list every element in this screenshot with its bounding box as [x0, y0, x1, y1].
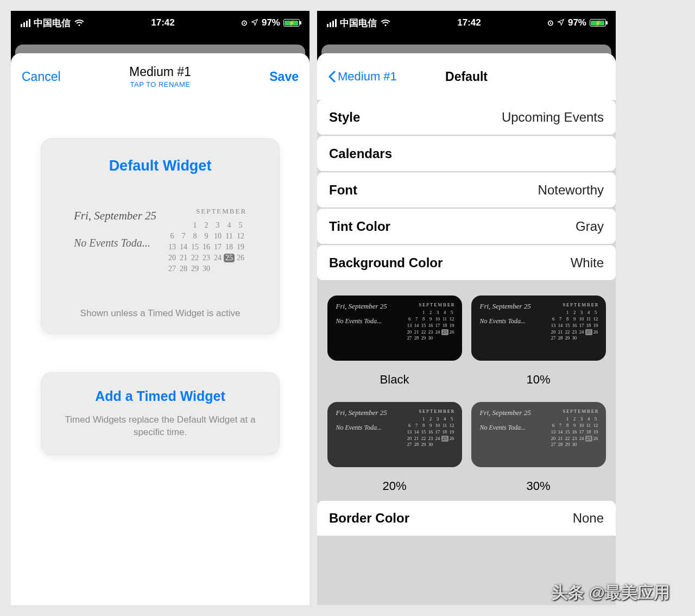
back-button[interactable]: Medium #1	[328, 70, 397, 84]
modal-sheet: Medium #1 Default Style Upcoming Events …	[317, 53, 616, 605]
row-label: Border Color	[329, 511, 409, 526]
orientation-lock-icon: ⊙	[547, 18, 554, 27]
add-timed-widget-card[interactable]: Add a Timed Widget Timed Widgets replace…	[41, 372, 280, 455]
swatch-noevents: No Events Toda...	[480, 424, 548, 432]
wifi-icon	[74, 19, 85, 27]
add-timed-desc: Timed Widgets replace the Default Widget…	[56, 414, 264, 439]
navbar: Medium #1 Default	[317, 53, 616, 100]
back-label: Medium #1	[338, 70, 397, 84]
row-calendars[interactable]: Calendars	[317, 136, 616, 171]
signal-icon	[327, 19, 337, 27]
swatch-calendar: SEPTEMBER1234567891011121314151617181920…	[406, 302, 456, 356]
chevron-left-icon	[328, 71, 336, 83]
background-swatches: Fri, September 25 No Events Toda... SEPT…	[317, 281, 616, 495]
swatch-calendar: SEPTEMBER1234567891011121314151617181920…	[550, 302, 599, 356]
row-label: Background Color	[329, 255, 443, 271]
swatch-calendar: SEPTEMBER1234567891011121314151617181920…	[406, 408, 456, 463]
status-time: 17:42	[457, 17, 481, 28]
row-font[interactable]: Font Noteworthy	[317, 172, 616, 208]
preview-date: Fri, September 25	[74, 209, 156, 223]
add-timed-title: Add a Timed Widget	[56, 388, 264, 404]
nav-subtitle[interactable]: TAP TO RENAME	[129, 80, 191, 89]
default-widget-footer: Shown unless a Timed Widget is active	[56, 308, 264, 319]
row-label: Font	[329, 183, 357, 198]
swatch-preview: Fri, September 25 No Events Toda... SEPT…	[471, 402, 606, 467]
signal-icon	[21, 19, 30, 27]
default-widget-title: Default Widget	[56, 158, 264, 174]
row-border-color[interactable]: Border Color None	[317, 501, 616, 536]
row-background-color[interactable]: Background Color White	[317, 245, 616, 280]
swatch-label: 10%	[471, 373, 606, 387]
modal-sheet: Cancel Medium #1 TAP TO RENAME Save Defa…	[11, 53, 309, 605]
row-value: Gray	[576, 219, 604, 234]
row-tint-color[interactable]: Tint Color Gray	[317, 209, 616, 244]
swatch-noevents: No Events Toda...	[336, 317, 404, 325]
swatch-20pct[interactable]: Fri, September 25 No Events Toda... SEPT…	[327, 402, 462, 493]
swatch-preview: Fri, September 25 No Events Toda... SEPT…	[327, 402, 462, 467]
status-time: 17:42	[151, 17, 174, 28]
status-bar: 中国电信 17:42 ⊙ 97% ⚡	[317, 11, 616, 35]
phone-screenshot-right: 中国电信 17:42 ⊙ 97% ⚡	[317, 11, 616, 605]
orientation-lock-icon: ⊙	[241, 18, 248, 27]
swatch-noevents: No Events Toda...	[336, 424, 404, 432]
row-value: White	[571, 255, 604, 271]
preview-mini-calendar: SEPTEMBER 123456789101112131415161718192…	[166, 207, 247, 275]
swatch-10pct[interactable]: Fri, September 25 No Events Toda... SEPT…	[471, 296, 606, 387]
navbar: Cancel Medium #1 TAP TO RENAME Save	[11, 53, 309, 100]
swatch-30pct[interactable]: Fri, September 25 No Events Toda... SEPT…	[471, 402, 606, 493]
swatch-date: Fri, September 25	[480, 302, 548, 311]
row-value: Noteworthy	[538, 183, 604, 198]
row-value: Upcoming Events	[502, 110, 604, 125]
nav-title[interactable]: Medium #1	[129, 65, 191, 79]
location-icon	[251, 18, 258, 28]
battery-icon: ⚡	[590, 19, 606, 27]
swatch-calendar: SEPTEMBER1234567891011121314151617181920…	[550, 408, 599, 463]
row-label: Style	[329, 110, 360, 125]
battery-icon: ⚡	[283, 19, 300, 27]
row-label: Calendars	[329, 146, 392, 161]
carrier-label: 中国电信	[34, 17, 71, 29]
swatch-date: Fri, September 25	[336, 302, 404, 311]
default-widget-card[interactable]: Default Widget Fri, September 25 No Even…	[41, 138, 280, 334]
cancel-button[interactable]: Cancel	[22, 70, 61, 84]
widget-preview: Fri, September 25 No Events Toda... SEPT…	[56, 207, 264, 275]
battery-percent: 97%	[568, 17, 586, 28]
status-bar: 中国电信 17:42 ⊙ 97% ⚡	[11, 11, 309, 35]
location-icon	[557, 18, 565, 28]
preview-no-events: No Events Toda...	[74, 237, 156, 249]
carrier-label: 中国电信	[340, 17, 377, 29]
wifi-icon	[380, 19, 391, 27]
nav-title: Default	[445, 70, 488, 84]
row-style[interactable]: Style Upcoming Events	[317, 100, 616, 135]
row-value: None	[573, 511, 604, 526]
swatch-date: Fri, September 25	[336, 408, 404, 417]
swatch-noevents: No Events Toda...	[480, 317, 548, 325]
save-button[interactable]: Save	[269, 70, 299, 84]
swatch-preview: Fri, September 25 No Events Toda... SEPT…	[471, 296, 606, 361]
swatch-label: Black	[327, 373, 462, 387]
mini-cal-month: SEPTEMBER	[166, 207, 247, 216]
swatch-black[interactable]: Fri, September 25 No Events Toda... SEPT…	[327, 296, 462, 387]
swatch-label: 30%	[471, 479, 606, 493]
swatch-label: 20%	[327, 479, 462, 493]
swatch-preview: Fri, September 25 No Events Toda... SEPT…	[327, 296, 462, 361]
phone-screenshot-left: 中国电信 17:42 ⊙ 97% ⚡ Cancel	[11, 11, 309, 605]
swatch-date: Fri, September 25	[480, 408, 548, 417]
row-label: Tint Color	[329, 219, 390, 234]
battery-percent: 97%	[262, 17, 280, 28]
